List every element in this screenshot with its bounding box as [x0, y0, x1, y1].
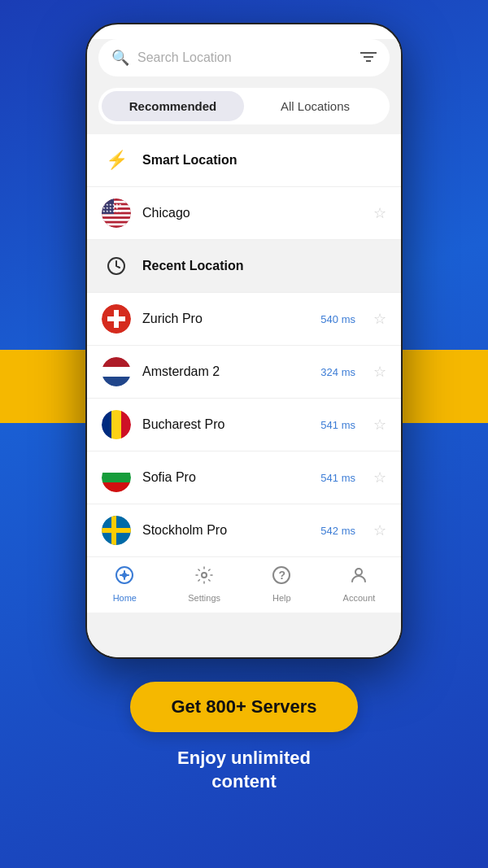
search-bar[interactable]: 🔍 Search Location — [98, 39, 390, 76]
svg-rect-39 — [102, 528, 131, 533]
settings-label: Settings — [188, 593, 220, 603]
nav-home[interactable]: Home — [113, 565, 137, 603]
zurich-ms: 540 ms — [320, 313, 355, 325]
recent-location-header: Recent Location — [87, 240, 401, 293]
tab-all-locations[interactable]: All Locations — [244, 91, 386, 121]
amsterdam-ms: 324 ms — [320, 366, 355, 378]
stockholm-label: Stockholm Pro — [142, 523, 309, 538]
amsterdam-label: Amsterdam 2 — [142, 364, 309, 379]
svg-rect-22 — [102, 357, 131, 367]
filter-icon[interactable] — [360, 50, 377, 67]
svg-rect-27 — [102, 410, 111, 439]
sofia-label: Sofia Pro — [142, 470, 309, 485]
recent-location-label: Recent Location — [142, 259, 386, 273]
se-flag — [102, 516, 131, 545]
search-icon: 🔍 — [111, 49, 129, 67]
svg-rect-9 — [102, 214, 131, 216]
svg-point-42 — [202, 573, 207, 578]
home-icon — [115, 565, 134, 590]
svg-text:?: ? — [279, 569, 286, 582]
zurich-location-item[interactable]: Zurich Pro 540 ms ☆ — [87, 293, 401, 346]
nl-flag — [102, 357, 131, 386]
svg-rect-19 — [107, 316, 125, 321]
svg-rect-32 — [102, 463, 131, 473]
cta-button[interactable]: Get 800+ Servers — [130, 682, 357, 732]
bucharest-location-item[interactable]: Bucharest Pro 541 ms ☆ — [87, 399, 401, 451]
us-flag: ★★★★★★ ★★★★★ ★★★★★★ — [102, 198, 131, 228]
svg-text:★★★★★★: ★★★★★★ — [102, 209, 122, 213]
phone-content: 🔍 Search Location Recommended All Locati… — [87, 39, 401, 657]
settings-icon — [194, 565, 214, 590]
zurich-favorite-icon[interactable]: ☆ — [373, 310, 386, 328]
chicago-favorite-icon[interactable]: ☆ — [373, 204, 386, 222]
chicago-label: Chicago — [142, 206, 362, 220]
smart-location-item[interactable]: ⚡ Smart Location — [87, 134, 401, 187]
tabs-container: Recommended All Locations — [98, 88, 390, 124]
svg-point-41 — [122, 573, 127, 578]
tab-recommended[interactable]: Recommended — [102, 91, 244, 121]
svg-rect-11 — [102, 223, 131, 225]
home-label: Home — [113, 593, 137, 603]
stockholm-ms: 542 ms — [320, 525, 355, 537]
clock-icon — [102, 251, 131, 281]
bucharest-label: Bucharest Pro — [142, 417, 309, 432]
amsterdam-location-item[interactable]: Amsterdam 2 324 ms ☆ — [87, 346, 401, 399]
search-placeholder[interactable]: Search Location — [137, 50, 352, 65]
stockholm-location-item[interactable]: Stockholm Pro 542 ms ☆ — [87, 504, 401, 556]
nav-help[interactable]: ? Help — [272, 565, 291, 603]
ch-flag — [102, 304, 131, 334]
nav-account[interactable]: Account — [343, 565, 376, 603]
sofia-ms: 541 ms — [320, 472, 355, 484]
account-icon — [349, 565, 368, 590]
bottom-cta-section: Get 800+ Servers Enjoy unlimitedcontent — [130, 682, 357, 793]
cta-subtitle: Enjoy unlimitedcontent — [177, 747, 311, 793]
help-label: Help — [272, 593, 291, 603]
help-icon: ? — [272, 565, 291, 590]
zurich-label: Zurich Pro — [142, 312, 309, 326]
amsterdam-favorite-icon[interactable]: ☆ — [373, 363, 386, 381]
svg-rect-33 — [102, 473, 131, 482]
sofia-location-item[interactable]: Sofia Pro 541 ms ☆ — [87, 451, 401, 504]
bg-flag — [102, 463, 131, 492]
phone-shell: 🔍 Search Location Recommended All Locati… — [85, 23, 403, 659]
account-label: Account — [343, 593, 376, 603]
svg-rect-29 — [121, 410, 131, 439]
sofia-favorite-icon[interactable]: ☆ — [373, 469, 386, 486]
svg-rect-24 — [102, 377, 131, 386]
svg-rect-10 — [102, 219, 131, 221]
bucharest-ms: 541 ms — [320, 419, 355, 431]
svg-rect-28 — [111, 410, 121, 439]
lightning-icon: ⚡ — [102, 146, 131, 175]
stockholm-favorite-icon[interactable]: ☆ — [373, 521, 386, 539]
bottom-nav: Home Settings ? Help — [87, 556, 401, 613]
list-container: ⚡ Smart Location — [87, 134, 401, 556]
svg-point-45 — [355, 569, 362, 575]
bucharest-favorite-icon[interactable]: ☆ — [373, 416, 386, 434]
svg-rect-34 — [102, 482, 131, 492]
ro-flag — [102, 410, 131, 439]
nav-settings[interactable]: Settings — [188, 565, 220, 603]
svg-rect-23 — [102, 367, 131, 377]
chicago-location-item[interactable]: ★★★★★★ ★★★★★ ★★★★★★ Chicago ☆ — [87, 187, 401, 240]
smart-location-label: Smart Location — [142, 153, 386, 168]
